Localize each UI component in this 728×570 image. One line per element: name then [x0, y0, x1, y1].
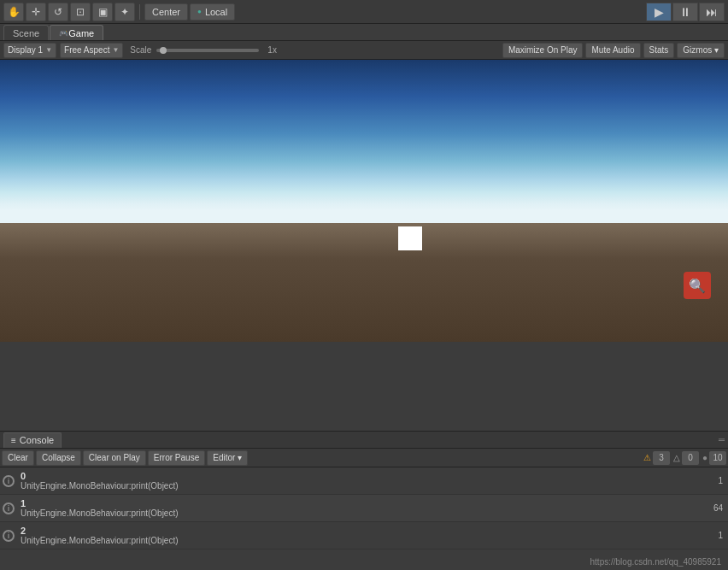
- ground-plane: [0, 223, 728, 342]
- warning-count-group: ⚠ 3: [643, 451, 670, 465]
- local-dot-icon: ●: [197, 8, 202, 15]
- info-dot-icon: ●: [702, 453, 707, 462]
- game-tab[interactable]: 🎮 Game: [50, 25, 103, 40]
- pause-icon: ⏸: [679, 5, 691, 19]
- collapse-btn[interactable]: Collapse: [36, 450, 81, 466]
- error-count-badge: 0: [682, 451, 699, 465]
- warning-count-badge: 3: [653, 451, 670, 465]
- console-panel: ≡ Console ═ Clear Collapse Clear on Play…: [0, 431, 728, 570]
- error-count-group: △ 0: [673, 451, 699, 465]
- log-content: 2UnityEngine.MonoBehaviour:print(Object): [17, 522, 704, 549]
- game-tab-label: Game: [68, 28, 94, 38]
- maximize-label: Maximize On Play: [508, 45, 578, 55]
- stats-btn[interactable]: Stats: [643, 43, 675, 58]
- console-header: ≡ Console ═: [0, 432, 728, 449]
- console-minimize-icon[interactable]: ═: [719, 435, 725, 444]
- mute-btn[interactable]: Mute Audio: [585, 43, 640, 58]
- error-count: 0: [688, 453, 693, 462]
- display-select[interactable]: Display 1 ▼: [3, 43, 56, 58]
- step-icon: ⏭: [706, 5, 718, 19]
- scale-tool-btn[interactable]: ⊡: [70, 3, 91, 21]
- log-warn-icon-col: i: [0, 495, 17, 521]
- error-triangle-icon: △: [673, 453, 680, 462]
- toolbar-separator: [139, 4, 140, 20]
- display-arrow-icon: ▼: [45, 46, 52, 54]
- toolbar: ✋ ✛ ↺ ⊡ ▣ ✦ Center ● Local ▶ ⏸ ⏭: [0, 0, 728, 24]
- log-count: 1: [704, 522, 728, 549]
- info-count: 10: [713, 453, 722, 462]
- console-tab-label: Console: [20, 435, 54, 445]
- console-counts: ⚠ 3 △ 0 ● 10: [643, 451, 726, 465]
- search-icon: 🔍: [689, 278, 706, 294]
- gizmos-label: Gizmos ▾: [683, 45, 719, 55]
- scale-value: 1x: [267, 45, 277, 55]
- log-line1: 1: [21, 498, 701, 508]
- sky-background: [0, 60, 728, 244]
- play-btn[interactable]: ▶: [646, 3, 672, 21]
- scene-tab-label: Scene: [13, 28, 39, 38]
- error-pause-btn[interactable]: Error Pause: [148, 450, 205, 466]
- play-controls: ▶ ⏸ ⏭: [646, 3, 725, 21]
- collapse-label: Collapse: [42, 453, 75, 462]
- log-info-icon: i: [3, 530, 15, 542]
- scale-thumb: [160, 47, 167, 54]
- log-line1: 2: [21, 526, 701, 536]
- log-row[interactable]: i0UnityEngine.MonoBehaviour:print(Object…: [0, 467, 728, 495]
- hand-tool-btn[interactable]: ✋: [3, 3, 24, 21]
- info-count-group: ● 10: [702, 451, 726, 465]
- display-label: Display 1: [8, 45, 43, 55]
- game-viewport: 🔍: [0, 60, 728, 342]
- play-icon: ▶: [655, 5, 664, 19]
- console-toolbar: Clear Collapse Clear on Play Error Pause…: [0, 449, 728, 467]
- log-line1: 0: [21, 471, 701, 481]
- log-warn-icon-col: i: [0, 522, 17, 549]
- info-count-badge: 10: [709, 451, 726, 465]
- console-log[interactable]: i0UnityEngine.MonoBehaviour:print(Object…: [0, 467, 728, 570]
- aspect-select[interactable]: Free Aspect ▼: [60, 43, 123, 58]
- game-right-buttons: Maximize On Play Mute Audio Stats Gizmos…: [502, 43, 725, 58]
- local-label: Local: [205, 7, 227, 17]
- search-overlay-btn[interactable]: 🔍: [684, 272, 711, 299]
- scale-slider[interactable]: [156, 49, 259, 52]
- maximize-btn[interactable]: Maximize On Play: [502, 43, 584, 58]
- aspect-label: Free Aspect: [64, 45, 109, 55]
- warning-icon: ⚠: [643, 453, 651, 462]
- clear-btn[interactable]: Clear: [2, 450, 34, 466]
- move-tool-btn[interactable]: ✛: [26, 3, 46, 21]
- mute-label: Mute Audio: [591, 45, 634, 55]
- log-line2: UnityEngine.MonoBehaviour:print(Object): [21, 508, 701, 518]
- log-count: 64: [704, 495, 728, 521]
- clear-label: Clear: [8, 453, 28, 462]
- transform-tool-btn[interactable]: ✦: [114, 3, 135, 21]
- log-content: 0UnityEngine.MonoBehaviour:print(Object): [17, 467, 704, 494]
- log-info-icon: i: [3, 475, 15, 487]
- game-object-cube: [398, 226, 422, 250]
- console-tab[interactable]: ≡ Console: [3, 432, 62, 448]
- error-pause-label: Error Pause: [154, 453, 199, 462]
- log-row[interactable]: i1UnityEngine.MonoBehaviour:print(Object…: [0, 495, 728, 522]
- log-line2: UnityEngine.MonoBehaviour:print(Object): [21, 481, 701, 491]
- pause-btn[interactable]: ⏸: [672, 3, 698, 21]
- gizmos-btn[interactable]: Gizmos ▾: [677, 43, 725, 58]
- scale-label: Scale: [130, 45, 151, 55]
- warning-count: 3: [659, 453, 664, 462]
- editor-label: Editor ▾: [213, 453, 242, 462]
- stats-label: Stats: [649, 45, 669, 55]
- clear-on-play-label: Clear on Play: [89, 453, 140, 462]
- clear-on-play-btn[interactable]: Clear on Play: [83, 450, 146, 466]
- rotate-tool-btn[interactable]: ↺: [48, 3, 68, 21]
- center-btn[interactable]: Center: [144, 3, 188, 21]
- step-btn[interactable]: ⏭: [699, 3, 725, 21]
- log-count: 1: [704, 467, 728, 494]
- log-warn-icon-col: i: [0, 467, 17, 494]
- console-icon: ≡: [11, 436, 16, 445]
- rect-tool-btn[interactable]: ▣: [92, 3, 113, 21]
- log-row[interactable]: i2UnityEngine.MonoBehaviour:print(Object…: [0, 522, 728, 549]
- scene-tab[interactable]: Scene: [3, 25, 49, 40]
- editor-btn[interactable]: Editor ▾: [207, 450, 248, 466]
- log-line2: UnityEngine.MonoBehaviour:print(Object): [21, 536, 701, 545]
- game-tab-icon: 🎮: [59, 29, 68, 38]
- log-info-icon: i: [3, 502, 15, 514]
- local-btn[interactable]: ● Local: [190, 3, 235, 21]
- game-toolbar: Display 1 ▼ Free Aspect ▼ Scale 1x Maxim…: [0, 41, 728, 60]
